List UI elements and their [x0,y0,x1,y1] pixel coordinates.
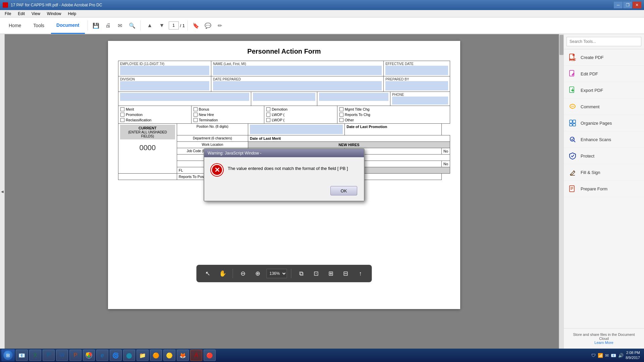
taskbar-powerpoint[interactable]: P [69,350,82,361]
prepare-form-icon [568,184,577,193]
page-total: / 1 [180,23,185,28]
prepare-form-label: Prepare Form [581,186,607,191]
tool-comment[interactable]: Comment [564,99,644,115]
tray-audio-icon: 🔊 [618,353,624,358]
taskbar-app3[interactable]: 🟠 [150,350,162,361]
start-button[interactable]: ⊞ [1,349,15,361]
taskbar-app4[interactable]: 🟡 [163,350,175,361]
main-layout: ◀ Personnel Action Form EMPLOYEE ID (11-… [0,34,644,349]
taskbar-outlook[interactable]: 📧 [16,350,28,361]
menu-edit[interactable]: Edit [14,11,28,17]
print-icon[interactable]: 🖨 [103,20,113,31]
menu-file[interactable]: File [1,11,14,17]
close-button[interactable]: ✕ [633,2,641,8]
tool-organize-pages[interactable]: Organize Pages [564,115,644,131]
pencil-icon[interactable]: ✏ [215,20,225,31]
taskbar-app2[interactable]: ⬤ [123,350,135,361]
dialog-box: Warning: JavaScript Window - ✕ The value… [204,148,365,201]
explorer-icon: 📁 [139,352,146,359]
left-panel-collapse[interactable]: ◀ [0,34,5,349]
email-icon[interactable]: ✉ [115,20,125,31]
outlook-icon: 📧 [18,352,25,359]
menu-view[interactable]: View [28,11,44,17]
export-pdf-label: Export PDF [581,88,603,93]
document-area: Personnel Action Form EMPLOYEE ID (11-DI… [5,34,564,349]
enhance-scans-icon [568,135,577,144]
app5-icon: 🔴 [206,352,213,359]
taskbar-publisher[interactable]: P [43,350,55,361]
prev-page-button[interactable]: ▲ [145,20,155,31]
taskbar-ie[interactable]: e [96,350,108,361]
menu-help[interactable]: Help [65,11,80,17]
nav-separator-3 [187,20,188,31]
tools-search-input[interactable] [567,37,641,46]
next-page-button[interactable]: ▼ [157,20,167,31]
minimize-button[interactable]: ─ [614,2,623,8]
comment-icon [568,102,577,111]
export-pdf-icon [568,85,577,95]
powerpoint-icon: P [72,352,79,359]
firefox-icon: 🦊 [179,352,186,359]
app1-icon: 🌀 [112,352,119,359]
taskbar-explorer[interactable]: 📁 [137,350,149,361]
app-icon [3,2,8,8]
tool-enhance-scans[interactable]: Enhance Scans [564,131,644,148]
svg-rect-16 [570,186,574,192]
dialog-ok-button[interactable]: OK [330,186,357,195]
comment-icon[interactable]: 💬 [203,20,213,31]
chrome-icon [85,352,93,359]
window-controls[interactable]: ─ ❐ ✕ [614,2,641,8]
tray-mail-icon: ✉ [605,353,609,358]
page-number-input[interactable] [169,21,179,29]
tab-tools[interactable]: Tools [28,17,50,34]
tool-edit-pdf[interactable]: Edit PDF [564,66,644,82]
taskbar-excel[interactable]: X [29,350,41,361]
pdf-page: Personnel Action Form EMPLOYEE ID (11-DI… [108,41,460,309]
svg-point-6 [571,106,572,107]
taskbar-firefox[interactable]: 🦊 [177,350,189,361]
taskbar-acrobat[interactable]: A [190,350,202,361]
clock-date: 8/9/2017 [626,355,640,360]
svg-rect-10 [573,120,576,123]
svg-rect-1 [573,54,575,56]
tool-fill-sign[interactable]: Fill & Sign [564,164,644,181]
app4-icon: 🟡 [166,352,173,359]
acrobat-icon: A [193,352,200,359]
taskbar-chrome[interactable] [83,350,95,361]
protect-icon [568,151,577,161]
tool-export-pdf[interactable]: Export PDF [564,82,644,99]
save-icon[interactable]: 💾 [91,20,101,31]
create-pdf-icon: PDF [568,53,577,62]
vertical-scrollbar[interactable] [559,34,564,349]
footer-text: Store and share files in the Document Cl… [573,333,635,341]
tools-search-area [564,34,644,49]
comment-label: Comment [581,104,599,109]
fill-sign-label: Fill & Sign [581,170,600,175]
fill-sign-icon [568,168,577,177]
tab-document[interactable]: Document [51,17,85,34]
scrollbar-thumb[interactable] [559,35,564,55]
bookmark-icon[interactable]: 🔖 [191,20,201,31]
tab-home[interactable]: Home [3,17,26,34]
right-tools-panel: PDF Create PDF Edit PDF Export PDF [564,34,644,349]
tool-protect[interactable]: Protect [564,148,644,164]
learn-more-link[interactable]: Learn More [594,341,613,345]
taskbar-app5[interactable]: 🔴 [204,350,216,361]
tool-prepare-form[interactable]: Prepare Form [564,181,644,197]
edit-pdf-label: Edit PDF [581,71,598,76]
page-navigation: ▲ ▼ / 1 [145,20,185,31]
restore-button[interactable]: ❐ [623,2,632,8]
svg-rect-9 [570,120,572,123]
menu-window[interactable]: Window [44,11,65,17]
taskbar-word[interactable]: W [56,350,68,361]
dialog-footer: OK [204,183,364,201]
app2-icon: ⬤ [125,352,133,359]
enhance-scans-label: Enhance Scans [581,137,611,142]
search-icon[interactable]: 🔍 [127,20,138,31]
tool-create-pdf[interactable]: PDF Create PDF [564,49,644,66]
svg-point-13 [570,137,574,141]
organize-icon [568,118,577,128]
taskbar-app1[interactable]: 🌀 [110,350,122,361]
svg-point-8 [573,106,574,107]
taskbar: ⊞ 📧 X P W P e 🌀 ⬤ 📁 � [0,349,644,362]
